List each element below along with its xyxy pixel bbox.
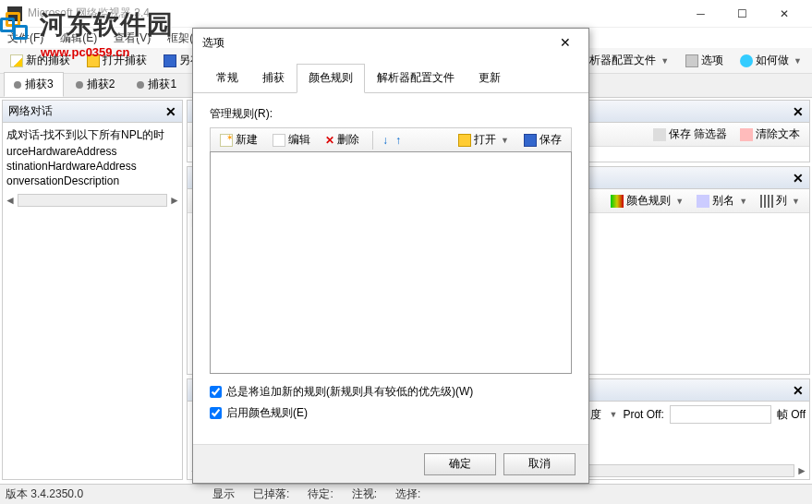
conversations-list[interactable]: 成对话-找不到以下所有NPL的时 urceHardwareAddress sti… bbox=[3, 123, 182, 192]
new-capture-button[interactable]: 新的捕获 bbox=[4, 50, 77, 71]
app-icon bbox=[7, 6, 22, 21]
tab-capture2[interactable]: 捕获2 bbox=[66, 72, 126, 97]
alias-button[interactable]: 别名▼ bbox=[693, 192, 751, 210]
list-item[interactable]: urceHardwareAddress bbox=[6, 144, 178, 159]
columns-icon bbox=[760, 195, 773, 208]
statusbar: 版本 3.4.2350.0 显示 已掉落: 待定: 注视: 选择: bbox=[0, 484, 812, 504]
dialog-title: 选项 bbox=[202, 35, 551, 51]
manage-rules-label: 管理规则(R): bbox=[210, 106, 572, 127]
color-rules-button[interactable]: 颜色规则▼ bbox=[607, 192, 687, 210]
menu-file[interactable]: 文件(F) bbox=[4, 29, 47, 48]
edit-icon bbox=[273, 134, 285, 147]
save-icon bbox=[524, 134, 537, 147]
cancel-button[interactable]: 取消 bbox=[503, 453, 576, 475]
dialog-tabs: 常规 捕获 颜色规则 解析器配置文件 更新 bbox=[193, 56, 588, 93]
select-status: 选择: bbox=[395, 486, 420, 502]
version-label: 版本 3.4.2350.0 bbox=[6, 486, 83, 502]
alias-icon bbox=[697, 195, 709, 208]
prot-off-label: Prot Off: bbox=[623, 408, 663, 421]
help-icon bbox=[740, 54, 753, 67]
scroll-right-icon[interactable]: ► bbox=[169, 194, 180, 207]
new-icon: ✶ bbox=[220, 134, 233, 147]
new-file-icon bbox=[10, 54, 23, 67]
width-label: 度 bbox=[590, 407, 601, 423]
pending-status: 待定: bbox=[308, 486, 333, 502]
scroll-right-icon[interactable]: ► bbox=[796, 464, 807, 477]
tab-capture3[interactable]: 捕获3 bbox=[4, 72, 64, 97]
dropped-status: 已掉落: bbox=[253, 486, 289, 502]
delete-rule-button[interactable]: ✕ 删除 bbox=[321, 131, 363, 149]
window-title: Microsoft 网络监视器 3.4 bbox=[28, 6, 680, 21]
menu-view[interactable]: 查看(V) bbox=[110, 29, 154, 48]
panel-close-icon[interactable]: ✕ bbox=[793, 104, 804, 119]
move-down-button[interactable]: ↓ bbox=[382, 134, 388, 147]
clear-text-button[interactable]: 清除文本 bbox=[736, 126, 804, 143]
tab-parser-profiles[interactable]: 解析器配置文件 bbox=[365, 64, 467, 92]
delete-icon: ✕ bbox=[325, 134, 334, 147]
network-conversations-header: 网络对话 ✕ bbox=[3, 101, 182, 123]
panel-close-icon[interactable]: ✕ bbox=[793, 171, 804, 186]
scrollbar[interactable] bbox=[18, 194, 167, 207]
tab-capture1[interactable]: 捕获1 bbox=[127, 72, 187, 97]
status-dot-icon bbox=[137, 81, 144, 89]
tab-color-rules[interactable]: 颜色规则 bbox=[297, 64, 365, 93]
focus-status: 注视: bbox=[352, 486, 377, 502]
list-item[interactable]: onversationDescription bbox=[6, 174, 178, 188]
list-item[interactable]: stinationHardwareAddress bbox=[6, 159, 178, 174]
options-icon bbox=[685, 54, 698, 67]
close-button[interactable]: ✕ bbox=[763, 0, 805, 28]
panel-close-icon[interactable]: ✕ bbox=[165, 104, 176, 119]
rules-list[interactable] bbox=[210, 151, 572, 374]
minimize-button[interactable]: ─ bbox=[680, 0, 721, 28]
clear-icon bbox=[740, 128, 753, 141]
ok-button[interactable]: 确定 bbox=[424, 453, 496, 475]
scroll-controls: ◄ ► bbox=[3, 192, 182, 209]
new-rule-button[interactable]: ✶ 新建 bbox=[216, 131, 261, 149]
main-titlebar: Microsoft 网络监视器 3.4 ─ ☐ ✕ bbox=[0, 0, 812, 28]
maximize-button[interactable]: ☐ bbox=[721, 0, 763, 28]
tab-general[interactable]: 常规 bbox=[204, 64, 250, 92]
panel-close-icon[interactable]: ✕ bbox=[793, 383, 804, 398]
tab-updates[interactable]: 更新 bbox=[467, 64, 513, 92]
open-rules-button[interactable]: 打开▼ bbox=[454, 131, 513, 149]
dialog-close-button[interactable]: ✕ bbox=[551, 29, 579, 56]
save-filter-icon bbox=[653, 128, 666, 141]
folder-open-icon bbox=[458, 134, 471, 147]
list-item[interactable]: 成对话-找不到以下所有NPL的时 bbox=[6, 126, 178, 144]
status-dot-icon bbox=[14, 81, 21, 89]
save-filter-button[interactable]: 保存 筛选器 bbox=[649, 126, 731, 143]
frame-off-label: 帧 Off bbox=[777, 407, 806, 423]
open-capture-button[interactable]: 打开捕获 bbox=[80, 50, 153, 71]
folder-open-icon bbox=[87, 54, 100, 67]
prot-off-input[interactable] bbox=[670, 405, 771, 424]
options-dialog: 选项 ✕ 常规 捕获 颜色规则 解析器配置文件 更新 管理规则(R): ✶ 新建… bbox=[192, 28, 589, 484]
save-rules-button[interactable]: 保存 bbox=[520, 131, 565, 149]
scroll-left-icon[interactable]: ◄ bbox=[5, 194, 16, 207]
tab-capture[interactable]: 捕获 bbox=[250, 64, 297, 92]
help-button[interactable]: 如何做▼ bbox=[733, 50, 808, 71]
display-status: 显示 bbox=[212, 486, 235, 502]
save-icon bbox=[164, 54, 176, 67]
columns-button[interactable]: 列▼ bbox=[757, 192, 804, 210]
enable-color-rules-checkbox[interactable]: 启用颜色规则(E) bbox=[210, 402, 572, 424]
options-button[interactable]: 选项 bbox=[679, 50, 730, 71]
edit-rule-button[interactable]: 编辑 bbox=[269, 131, 314, 149]
status-dot-icon bbox=[76, 81, 83, 89]
rules-toolbar: ✶ 新建 编辑 ✕ 删除 ↓ ↑ 打开▼ 保存 bbox=[210, 127, 572, 151]
color-rules-icon bbox=[611, 195, 624, 208]
append-rules-checkbox[interactable]: 总是将追加新的规则(新规则具有较低的优先级)(W) bbox=[210, 381, 572, 402]
move-up-button[interactable]: ↑ bbox=[395, 134, 401, 147]
dialog-titlebar: 选项 ✕ bbox=[193, 29, 588, 56]
menu-edit[interactable]: 编辑(E) bbox=[56, 29, 101, 48]
dialog-footer: 确定 取消 bbox=[193, 444, 588, 483]
